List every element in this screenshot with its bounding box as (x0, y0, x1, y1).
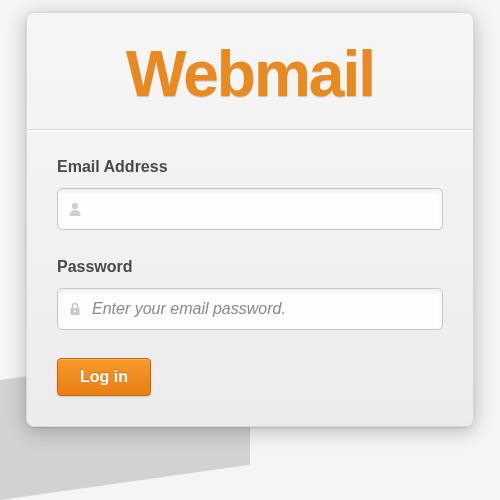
login-button[interactable]: Log in (57, 358, 151, 396)
svg-point-2 (74, 310, 76, 312)
password-label: Password (57, 258, 443, 276)
divider (27, 129, 473, 130)
email-input-wrap (57, 188, 443, 230)
app-logo: Webmail (57, 13, 443, 129)
email-label: Email Address (57, 158, 443, 176)
login-panel: Webmail Email Address Password Log in (26, 12, 474, 427)
password-input[interactable] (57, 288, 443, 330)
svg-point-0 (72, 203, 78, 209)
user-icon (67, 201, 83, 217)
lock-icon (67, 301, 83, 317)
password-input-wrap (57, 288, 443, 330)
email-input[interactable] (57, 188, 443, 230)
